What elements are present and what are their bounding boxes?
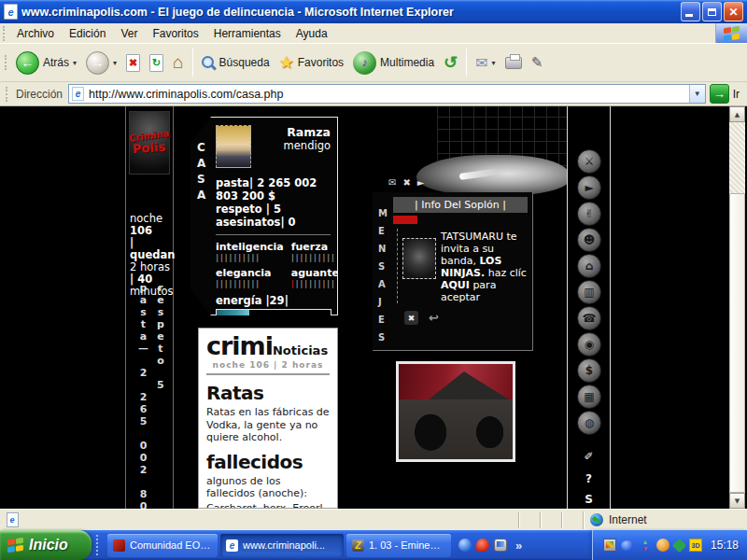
- exit-link[interactable]: S: [568, 493, 610, 506]
- gang-icon[interactable]: ☻: [577, 228, 601, 252]
- scheduler-tray-icon[interactable]: [656, 539, 669, 552]
- menu-ayuda[interactable]: Ayuda: [289, 24, 335, 43]
- target-icon[interactable]: ◉: [577, 332, 601, 357]
- help-link[interactable]: ?: [568, 472, 610, 485]
- graphics-tray-icon[interactable]: 3D: [689, 539, 702, 552]
- mail-mini-icon[interactable]: ✉: [388, 177, 396, 188]
- reply-message-button[interactable]: ↩: [429, 311, 439, 325]
- phone-icon[interactable]: ☎: [577, 306, 601, 330]
- address-dropdown[interactable]: ▼: [689, 85, 705, 103]
- scrollbar-thumb[interactable]: [729, 193, 745, 493]
- home-button[interactable]: ⌂: [168, 50, 188, 75]
- close-button[interactable]: ✕: [724, 2, 743, 21]
- page-content: Crimina Polis noche 106 | quedan 2 horas…: [0, 106, 747, 509]
- news-brand-small: Noticias: [273, 343, 328, 357]
- scroll-down-button[interactable]: ▼: [729, 493, 745, 509]
- edit-button[interactable]: ✎: [527, 52, 548, 73]
- menu-edicion[interactable]: Edición: [62, 24, 113, 43]
- vertical-scrollbar[interactable]: ▲ ▼: [729, 106, 745, 509]
- ie-page-icon: e: [4, 4, 18, 20]
- business-icon[interactable]: ▥: [577, 280, 601, 304]
- weapons-icon[interactable]: ⚔: [577, 149, 601, 174]
- close-mini-icon[interactable]: ✖: [402, 177, 410, 188]
- delete-icon: ✖: [408, 314, 416, 323]
- address-dropdown-icon: ▼: [694, 90, 701, 98]
- minimize-icon: [685, 14, 693, 17]
- address-grip[interactable]: [6, 87, 8, 102]
- city-icon[interactable]: ⌂: [577, 254, 601, 278]
- menu-grip[interactable]: [3, 26, 6, 41]
- quick-launch-icon-2[interactable]: [476, 539, 489, 552]
- toolbar: ← Atrás ▾ → ▾ ✖ ↻ ⌂ Búsqueda ★ Favoritos…: [0, 44, 747, 82]
- media-button[interactable]: ♪ Multimedia: [348, 49, 439, 77]
- task-eminem-winamp[interactable]: Z 1. 03 - Eminem ...: [346, 534, 451, 557]
- travel-icon[interactable]: ►: [577, 175, 601, 200]
- energy-value: |29|: [265, 294, 288, 307]
- refresh-button[interactable]: ↻: [145, 52, 168, 74]
- money-icon[interactable]: $: [577, 358, 601, 383]
- toolbar-grip[interactable]: [5, 55, 7, 70]
- casa-photo: [396, 361, 515, 462]
- task-criminapolis-active[interactable]: e www.criminapoli...: [220, 534, 344, 557]
- scrollbar-track[interactable]: [729, 122, 745, 193]
- fight-icon[interactable]: ✌: [577, 202, 601, 226]
- search-button[interactable]: Búsqueda: [197, 54, 275, 72]
- history-button[interactable]: ↺: [439, 50, 462, 75]
- player-avatar[interactable]: [216, 125, 251, 168]
- menu-archivo[interactable]: Archivo: [9, 24, 62, 43]
- menu-ver[interactable]: Ver: [113, 24, 145, 43]
- player-panel: C A S A Ramza mendigo pasta| 2 265 002 8…: [190, 117, 338, 315]
- toolbar-separator-2: [466, 49, 467, 77]
- mail-button[interactable]: ✉ ▾: [471, 52, 500, 74]
- key-icon[interactable]: ✐: [568, 450, 610, 463]
- restore-button[interactable]: [702, 2, 722, 21]
- menu-herramientas[interactable]: Herramientas: [206, 24, 289, 43]
- delete-message-button[interactable]: ✖: [404, 311, 418, 325]
- next-mini-icon[interactable]: ►: [417, 177, 425, 188]
- favorites-label: Favoritos: [298, 56, 344, 69]
- favorites-button[interactable]: ★ Favoritos: [275, 50, 349, 75]
- roof-peak: [429, 371, 509, 399]
- quick-launch-icon-1[interactable]: [458, 539, 472, 552]
- quick-launch-icon-3[interactable]: [494, 539, 507, 552]
- criminapolis-logo[interactable]: Crimina Polis: [129, 111, 170, 175]
- favorites-star-icon: ★: [279, 52, 294, 73]
- asesinatos-stat: asesinatos| 0: [216, 216, 331, 229]
- display-tray-icon[interactable]: [603, 539, 616, 552]
- building-silhouette: [399, 399, 513, 459]
- mail-dropdown-icon: ▾: [492, 59, 496, 67]
- jail-icon[interactable]: ▦: [577, 385, 601, 409]
- back-button[interactable]: ← Atrás ▾: [11, 49, 81, 77]
- aqui-link[interactable]: AQUI: [441, 279, 470, 291]
- forward-button[interactable]: → ▾: [81, 49, 121, 77]
- stop-button[interactable]: ✖: [121, 52, 145, 74]
- overflow-chevron[interactable]: »: [515, 539, 522, 553]
- search-icon: [202, 56, 216, 70]
- world-icon[interactable]: ◍: [577, 411, 601, 435]
- scroll-down-icon: ▼: [735, 497, 740, 505]
- scroll-up-button[interactable]: ▲: [729, 106, 745, 122]
- status-zone-label: Internet: [609, 513, 647, 526]
- search-label: Búsqueda: [219, 56, 270, 69]
- address-input[interactable]: [87, 88, 689, 101]
- mensajes-vertical-label: M E N S A J E S: [378, 204, 388, 346]
- restore-icon: [708, 8, 716, 16]
- network-tray-icon[interactable]: ▲▼: [639, 539, 652, 552]
- windows-logo: [715, 23, 747, 43]
- icq-tray-icon[interactable]: [672, 538, 687, 553]
- menu-favoritos[interactable]: Favoritos: [145, 24, 205, 43]
- start-flag-icon: [7, 538, 23, 553]
- print-button[interactable]: [500, 55, 527, 71]
- menu-bar: Archivo Edición Ver Favoritos Herramient…: [0, 23, 747, 44]
- attribute-fuerza: fuerza ||||||||||: [291, 241, 339, 262]
- messenger-tray-icon[interactable]: [621, 540, 634, 551]
- mail-icon: ✉: [475, 54, 487, 72]
- start-button[interactable]: Inicio: [0, 530, 92, 560]
- sender-avatar[interactable]: [402, 238, 436, 279]
- task-comunidad-eol[interactable]: Comunidad EOL...: [107, 534, 218, 557]
- energy-label: energía: [216, 294, 261, 307]
- go-button[interactable]: →: [710, 84, 729, 104]
- taskbar-grip[interactable]: [96, 535, 100, 555]
- minimize-button[interactable]: [681, 2, 700, 21]
- attribute-inteligencia: inteligencia ||||||||||: [216, 241, 284, 262]
